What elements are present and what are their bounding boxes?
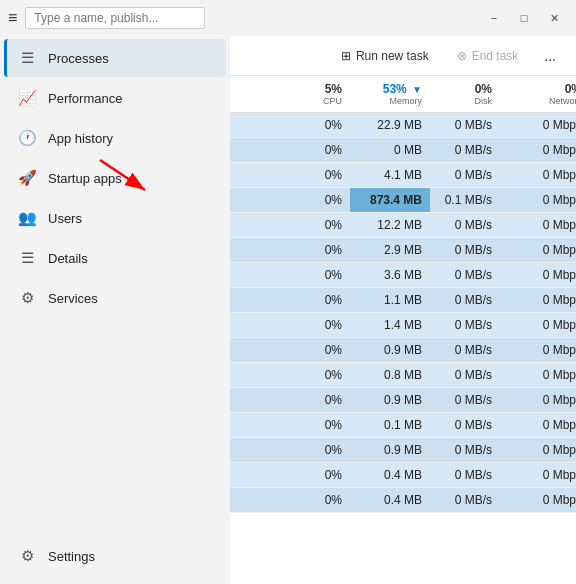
sidebar-settings-label: Settings [48,549,95,564]
table-row[interactable]: 0%2.9 MB0 MB/s0 Mbps [230,238,576,263]
cell-memory: 3.6 MB [350,263,430,287]
cell-memory: 0.9 MB [350,388,430,412]
sidebar: ☰ Processes 📈 Performance 🕐 App history … [0,36,230,584]
cell-cpu: 0% [270,263,350,287]
sidebar-item-startup-apps[interactable]: 🚀 Startup apps [4,159,226,197]
cell-network: 0 Mbps [500,463,576,487]
sidebar-item-users[interactable]: 👥 Users [4,199,226,237]
cell-blank [230,188,270,212]
close-button[interactable]: ✕ [540,7,568,29]
table-row[interactable]: 0%0.9 MB0 MB/s0 Mbps [230,388,576,413]
cell-network: 0 Mbps [500,413,576,437]
title-bar-left: ≡ [8,7,205,29]
sidebar-item-processes[interactable]: ☰ Processes [4,39,226,77]
table-row[interactable]: 0%0.4 MB0 MB/s0 Mbps [230,463,576,488]
cell-network: 0 Mbps [500,163,576,187]
cell-network: 0 Mbps [500,438,576,462]
sidebar-item-label: Users [48,211,82,226]
table-body[interactable]: 0%22.9 MB0 MB/s0 Mbps0%0 MB0 MB/s0 Mbps0… [230,113,576,584]
cell-disk: 0 MB/s [430,113,500,137]
cell-cpu: 0% [270,138,350,162]
cell-memory: 4.1 MB [350,163,430,187]
cell-blank [230,413,270,437]
table-row[interactable]: 0%22.9 MB0 MB/s0 Mbps [230,113,576,138]
cell-blank [230,263,270,287]
sidebar-item-label: Performance [48,91,122,106]
cell-disk: 0 MB/s [430,213,500,237]
cell-memory: 12.2 MB [350,213,430,237]
cell-disk: 0 MB/s [430,363,500,387]
title-bar-controls: − □ ✕ [480,7,568,29]
cell-network: 0 Mbps [500,313,576,337]
more-options-button[interactable]: ... [536,44,564,68]
table-row[interactable]: 0%1.4 MB0 MB/s0 Mbps [230,313,576,338]
table-row[interactable]: 0%0.1 MB0 MB/s0 Mbps [230,413,576,438]
col-header-network[interactable]: 0%Network [500,76,576,112]
table-row[interactable]: 0%0.9 MB0 MB/s0 Mbps [230,338,576,363]
cell-blank [230,138,270,162]
minimize-button[interactable]: − [480,7,508,29]
cell-disk: 0 MB/s [430,288,500,312]
cell-network: 0 Mbps [500,363,576,387]
table-row[interactable]: 0%12.2 MB0 MB/s0 Mbps [230,213,576,238]
table-row[interactable]: 0%0.9 MB0 MB/s0 Mbps [230,438,576,463]
cell-cpu: 0% [270,338,350,362]
table-row[interactable]: 0%4.1 MB0 MB/s0 Mbps [230,163,576,188]
main-layout: ☰ Processes 📈 Performance 🕐 App history … [0,36,576,584]
cell-blank [230,438,270,462]
cell-cpu: 0% [270,463,350,487]
cell-memory: 1.4 MB [350,313,430,337]
title-bar: ≡ − □ ✕ [0,0,576,36]
table-row[interactable]: 0%3.6 MB0 MB/s0 Mbps [230,263,576,288]
sidebar-item-label: App history [48,131,113,146]
search-input[interactable] [25,7,205,29]
toolbar: ⊞ Run new task ⊗ End task ... [230,36,576,76]
cell-network: 0 Mbps [500,138,576,162]
cell-disk: 0 MB/s [430,438,500,462]
hamburger-icon[interactable]: ≡ [8,9,17,27]
end-task-icon: ⊗ [457,49,467,63]
table-row[interactable]: 0%0 MB0 MB/s0 Mbps [230,138,576,163]
sidebar-item-label: Details [48,251,88,266]
cell-blank [230,213,270,237]
cell-cpu: 0% [270,313,350,337]
end-task-button[interactable]: ⊗ End task [447,45,529,67]
sidebar-item-settings[interactable]: ⚙ Settings [4,537,226,575]
cell-memory: 0.4 MB [350,463,430,487]
cell-cpu: 0% [270,163,350,187]
cell-cpu: 0% [270,213,350,237]
content-area: ⊞ Run new task ⊗ End task ... 5%CPU53% ▼… [230,36,576,584]
sidebar-item-label: Processes [48,51,109,66]
cell-disk: 0 MB/s [430,388,500,412]
cell-network: 0 Mbps [500,288,576,312]
sidebar-item-services[interactable]: ⚙ Services [4,279,226,317]
processes-icon: ☰ [18,49,36,67]
cell-blank [230,363,270,387]
sidebar-item-performance[interactable]: 📈 Performance [4,79,226,117]
cell-blank [230,163,270,187]
services-icon: ⚙ [18,289,36,307]
app-history-icon: 🕐 [18,129,36,147]
cell-disk: 0 MB/s [430,163,500,187]
col-header-cpu[interactable]: 5%CPU [270,76,350,112]
table-row[interactable]: 0%0.4 MB0 MB/s0 Mbps [230,488,576,513]
cell-network: 0 Mbps [500,238,576,262]
table-header: 5%CPU53% ▼Memory0%Disk0%Network [230,76,576,113]
sidebar-item-details[interactable]: ☰ Details [4,239,226,277]
table-row[interactable]: 0%0.8 MB0 MB/s0 Mbps [230,363,576,388]
col-header-memory[interactable]: 53% ▼Memory [350,76,430,112]
sidebar-item-app-history[interactable]: 🕐 App history [4,119,226,157]
table-row[interactable]: 0%1.1 MB0 MB/s0 Mbps [230,288,576,313]
sidebar-item-label: Services [48,291,98,306]
cell-blank [230,313,270,337]
table-row[interactable]: 0%873.4 MB0.1 MB/s0 Mbps [230,188,576,213]
cell-blank [230,488,270,512]
run-new-task-button[interactable]: ⊞ Run new task [331,45,439,67]
maximize-button[interactable]: □ [510,7,538,29]
cell-blank [230,288,270,312]
cell-memory: 0 MB [350,138,430,162]
cell-memory: 0.8 MB [350,363,430,387]
cell-network: 0 Mbps [500,388,576,412]
col-header-disk[interactable]: 0%Disk [430,76,500,112]
settings-icon: ⚙ [18,547,36,565]
